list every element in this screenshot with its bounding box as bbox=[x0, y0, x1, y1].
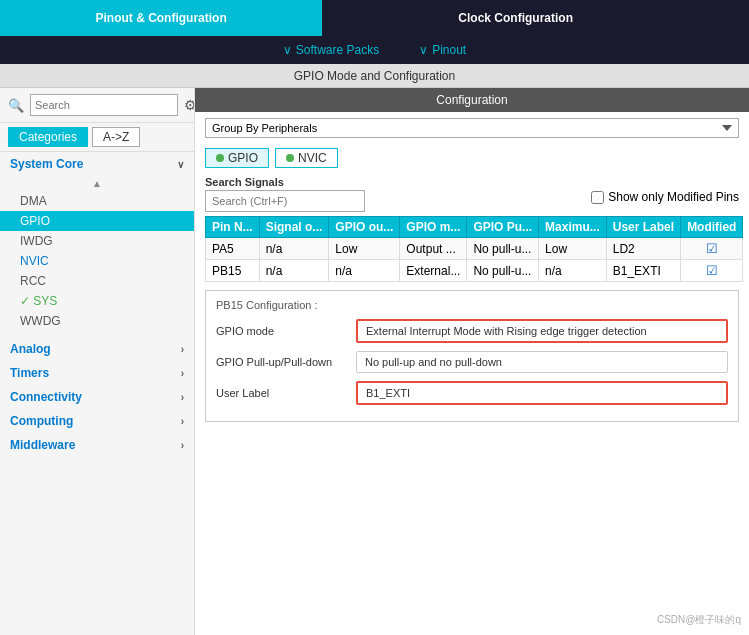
pinout-tab-label: Pinout & Configuration bbox=[95, 11, 226, 25]
analog-chevron: › bbox=[181, 344, 184, 355]
sys-check-icon: ✓ bbox=[20, 294, 33, 308]
content-area: Configuration Group By Peripherals Group… bbox=[195, 88, 749, 635]
gpio-dot bbox=[216, 154, 224, 162]
cell-pb15-signal: n/a bbox=[259, 260, 329, 282]
user-label-label: User Label bbox=[216, 387, 346, 399]
config-field-pull: GPIO Pull-up/Pull-down No pull-up and no… bbox=[216, 351, 728, 373]
system-core-header[interactable]: System Core ∨ bbox=[0, 152, 194, 176]
connectivity-label: Connectivity bbox=[10, 390, 82, 404]
analog-header[interactable]: Analog › bbox=[0, 337, 194, 361]
gpio-label: GPIO bbox=[20, 214, 50, 228]
timers-header[interactable]: Timers › bbox=[0, 361, 194, 385]
search-signals-input[interactable] bbox=[205, 190, 365, 212]
sub-header: ∨ Software Packs ∨ Pinout bbox=[0, 36, 749, 64]
search-signals-label: Search Signals bbox=[205, 174, 739, 190]
pull-value[interactable]: No pull-up and no pull-down bbox=[356, 351, 728, 373]
gpio-tab-label: GPIO bbox=[228, 151, 258, 165]
rcc-label: RCC bbox=[20, 274, 46, 288]
col-signal: Signal o... bbox=[259, 217, 329, 238]
config-bar: Configuration bbox=[195, 88, 749, 112]
clock-tab[interactable]: Clock Configuration bbox=[322, 0, 709, 36]
clock-tab-label: Clock Configuration bbox=[458, 11, 573, 25]
software-packs-item[interactable]: ∨ Software Packs bbox=[283, 43, 379, 57]
gpio-nvic-tabs: GPIO NVIC bbox=[195, 144, 749, 172]
table-header-row: Pin N... Signal o... GPIO ou... GPIO m..… bbox=[206, 217, 743, 238]
cell-pb15-pu: No pull-u... bbox=[467, 260, 539, 282]
pinout-tab[interactable]: Pinout & Configuration bbox=[0, 0, 322, 36]
pb15-config-section: PB15 Configuration : GPIO mode External … bbox=[205, 290, 739, 422]
gpio-mode-value[interactable]: External Interrupt Mode with Rising edge… bbox=[356, 319, 728, 343]
user-label-input[interactable] bbox=[356, 381, 728, 405]
tab-az-label: A->Z bbox=[103, 130, 129, 144]
watermark: CSDN@橙子味的q bbox=[657, 613, 741, 627]
sidebar-item-nvic[interactable]: NVIC bbox=[0, 251, 194, 271]
cell-pa5-pin: PA5 bbox=[206, 238, 260, 260]
pull-label: GPIO Pull-up/Pull-down bbox=[216, 356, 346, 368]
nvic-dot bbox=[286, 154, 294, 162]
col-gpio-mode: GPIO m... bbox=[400, 217, 467, 238]
cell-pa5-output: Low bbox=[329, 238, 400, 260]
sys-label: SYS bbox=[33, 294, 57, 308]
cell-pb15-max: n/a bbox=[539, 260, 607, 282]
show-modified-row: Show only Modified Pins bbox=[591, 190, 739, 204]
cell-pb15-modified: ☑ bbox=[681, 260, 743, 282]
computing-label: Computing bbox=[10, 414, 73, 428]
tab-categories[interactable]: Categories bbox=[8, 127, 88, 147]
sidebar-item-sys[interactable]: ✓ SYS bbox=[0, 291, 194, 311]
sidebar-item-dma[interactable]: DMA bbox=[0, 191, 194, 211]
software-packs-label: Software Packs bbox=[296, 43, 379, 57]
cell-pa5-pu: No pull-u... bbox=[467, 238, 539, 260]
col-modified: Modified bbox=[681, 217, 743, 238]
connectivity-chevron: › bbox=[181, 392, 184, 403]
gear-icon[interactable]: ⚙ bbox=[184, 97, 195, 113]
group-by-select[interactable]: Group By Peripherals Group By IP bbox=[205, 118, 739, 138]
cell-pb15-mode: External... bbox=[400, 260, 467, 282]
computing-header[interactable]: Computing › bbox=[0, 409, 194, 433]
top-header: Pinout & Configuration Clock Configurati… bbox=[0, 0, 749, 36]
up-arrow: ▲ bbox=[0, 176, 194, 191]
middleware-label: Middleware bbox=[10, 438, 75, 452]
pinout-sub-item[interactable]: ∨ Pinout bbox=[419, 43, 466, 57]
analog-label: Analog bbox=[10, 342, 51, 356]
gpio-nvic-tab-gpio[interactable]: GPIO bbox=[205, 148, 269, 168]
tab-categories-label: Categories bbox=[19, 130, 77, 144]
config-field-user-label: User Label bbox=[216, 381, 728, 405]
table-row[interactable]: PB15 n/a n/a External... No pull-u... n/… bbox=[206, 260, 743, 282]
cell-pb15-label: B1_EXTI bbox=[606, 260, 680, 282]
middleware-chevron: › bbox=[181, 440, 184, 451]
cell-pa5-signal: n/a bbox=[259, 238, 329, 260]
col-gpio-out: GPIO ou... bbox=[329, 217, 400, 238]
system-core-section: System Core ∨ ▲ DMA GPIO IWDG NVIC RCC ✓… bbox=[0, 152, 194, 331]
pinout-sub-arrow: ∨ bbox=[419, 43, 428, 57]
pa5-check-icon: ☑ bbox=[706, 241, 718, 256]
iwdg-label: IWDG bbox=[20, 234, 53, 248]
software-packs-arrow: ∨ bbox=[283, 43, 292, 57]
search-input[interactable] bbox=[30, 94, 178, 116]
computing-chevron: › bbox=[181, 416, 184, 427]
show-modified-checkbox[interactable] bbox=[591, 191, 604, 204]
nvic-label: NVIC bbox=[20, 254, 49, 268]
gpio-nvic-tab-nvic[interactable]: NVIC bbox=[275, 148, 338, 168]
tab-az[interactable]: A->Z bbox=[92, 127, 140, 147]
wwdg-label: WWDG bbox=[20, 314, 61, 328]
sidebar-item-iwdg[interactable]: IWDG bbox=[0, 231, 194, 251]
timers-chevron: › bbox=[181, 368, 184, 379]
pb15-check-icon: ☑ bbox=[706, 263, 718, 278]
system-core-chevron: ∨ bbox=[177, 159, 184, 170]
cell-pb15-pin: PB15 bbox=[206, 260, 260, 282]
sidebar-item-rcc[interactable]: RCC bbox=[0, 271, 194, 291]
cell-pa5-mode: Output ... bbox=[400, 238, 467, 260]
table-row[interactable]: PA5 n/a Low Output ... No pull-u... Low … bbox=[206, 238, 743, 260]
sidebar-search-row: 🔍 ⚙ bbox=[0, 88, 194, 123]
cell-pa5-modified: ☑ bbox=[681, 238, 743, 260]
cell-pa5-max: Low bbox=[539, 238, 607, 260]
cell-pb15-output: n/a bbox=[329, 260, 400, 282]
middleware-header[interactable]: Middleware › bbox=[0, 433, 194, 457]
main-layout: 🔍 ⚙ Categories A->Z System Core ∨ ▲ DMA bbox=[0, 88, 749, 635]
extra-tab bbox=[709, 0, 749, 36]
cell-pa5-label: LD2 bbox=[606, 238, 680, 260]
system-core-label: System Core bbox=[10, 157, 83, 171]
sidebar-item-wwdg[interactable]: WWDG bbox=[0, 311, 194, 331]
connectivity-header[interactable]: Connectivity › bbox=[0, 385, 194, 409]
sidebar-item-gpio[interactable]: GPIO bbox=[0, 211, 194, 231]
